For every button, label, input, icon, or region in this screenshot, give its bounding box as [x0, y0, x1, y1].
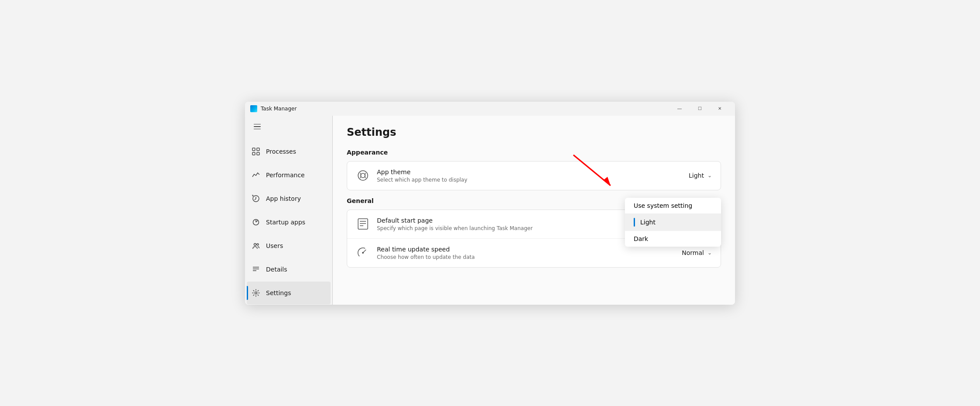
page-title: Settings	[347, 126, 721, 138]
window-title: Task Manager	[261, 106, 669, 112]
update-speed-text: Real time update speed Choose how often …	[377, 246, 675, 260]
sidebar-item-processes[interactable]: Processes	[247, 140, 331, 163]
selected-indicator	[634, 218, 635, 227]
sidebar-item-performance[interactable]: Performance	[247, 164, 331, 186]
main-content: Processes Performance	[245, 116, 735, 305]
dropdown-option-system-label: Use system setting	[634, 202, 692, 209]
app-theme-value: Light	[689, 172, 704, 179]
app-theme-row: App theme Select which app theme to disp…	[347, 162, 721, 190]
dropdown-option-system[interactable]: Use system setting	[625, 198, 721, 213]
titlebar: Task Manager — ☐ ✕	[245, 102, 735, 116]
content-area: Settings Appearance App theme	[333, 116, 735, 305]
hamburger-menu[interactable]	[248, 119, 266, 134]
default-start-page-label: Default start page	[377, 217, 667, 224]
default-start-page-text: Default start page Specify which page is…	[377, 217, 667, 231]
hamburger-line-3	[254, 129, 261, 130]
update-speed-value: Normal	[682, 249, 704, 256]
details-icon	[252, 265, 260, 273]
app-history-label: App history	[266, 195, 301, 202]
task-manager-window: Task Manager — ☐ ✕	[245, 102, 735, 305]
settings-icon	[252, 289, 260, 297]
dropdown-option-dark[interactable]: Dark	[625, 231, 721, 247]
processes-label: Processes	[266, 148, 296, 155]
minimize-button[interactable]: —	[669, 102, 690, 116]
app-theme-arrow: ⌄	[707, 172, 712, 179]
grid-icon	[252, 148, 260, 155]
performance-label: Performance	[266, 172, 305, 179]
hamburger-line-2	[254, 126, 261, 127]
svg-rect-3	[257, 152, 259, 155]
history-icon	[252, 195, 260, 203]
dropdown-option-light-label: Light	[640, 219, 656, 226]
update-speed-desc: Choose how often to update the data	[377, 254, 675, 260]
appearance-card: App theme Select which app theme to disp…	[347, 161, 721, 190]
dropdown-option-light[interactable]: Light	[625, 213, 721, 231]
users-label: Users	[266, 242, 283, 249]
startup-apps-label: Startup apps	[266, 219, 305, 226]
details-label: Details	[266, 266, 287, 273]
close-button[interactable]: ✕	[710, 102, 730, 116]
users-icon	[252, 242, 260, 250]
sidebar-item-users[interactable]: Users	[247, 234, 331, 257]
sidebar-item-startup-apps[interactable]: Startup apps	[247, 211, 331, 234]
sidebar-item-details[interactable]: Details	[247, 258, 331, 281]
sidebar: Processes Performance	[245, 116, 332, 305]
window-controls: — ☐ ✕	[669, 102, 730, 116]
svg-rect-2	[252, 152, 255, 155]
app-icon	[250, 105, 257, 112]
svg-rect-1	[257, 148, 259, 151]
svg-point-10	[257, 244, 259, 245]
page-icon	[356, 217, 370, 231]
default-start-page-desc: Specify which page is visible when launc…	[377, 225, 667, 231]
maximize-button[interactable]: ☐	[690, 102, 710, 116]
svg-point-15	[358, 171, 368, 180]
sidebar-item-app-history[interactable]: App history	[247, 187, 331, 210]
theme-icon	[356, 169, 370, 182]
sidebar-item-settings[interactable]: Settings	[247, 282, 331, 304]
update-speed-arrow: ⌄	[707, 250, 712, 256]
svg-point-9	[254, 243, 256, 245]
app-theme-control[interactable]: Light ⌄	[689, 172, 712, 179]
update-speed-label: Real time update speed	[377, 246, 675, 253]
svg-rect-0	[252, 148, 255, 151]
update-speed-control[interactable]: Normal ⌄	[682, 249, 712, 256]
appearance-section-title: Appearance	[347, 149, 721, 156]
sidebar-nav: Processes Performance	[245, 140, 332, 305]
app-theme-desc: Select which app theme to display	[377, 177, 682, 183]
activity-icon	[252, 171, 260, 179]
hamburger-line-1	[254, 124, 261, 125]
app-theme-text: App theme Select which app theme to disp…	[377, 169, 682, 183]
svg-point-16	[361, 173, 365, 178]
startup-icon	[252, 218, 260, 226]
svg-rect-17	[358, 219, 368, 229]
dropdown-option-dark-label: Dark	[634, 235, 648, 242]
theme-dropdown-menu: Use system setting Light Dark	[625, 198, 721, 247]
speed-icon	[356, 246, 370, 260]
settings-label: Settings	[266, 289, 291, 296]
app-theme-label: App theme	[377, 169, 682, 175]
svg-point-14	[255, 292, 257, 294]
svg-point-22	[362, 252, 364, 254]
